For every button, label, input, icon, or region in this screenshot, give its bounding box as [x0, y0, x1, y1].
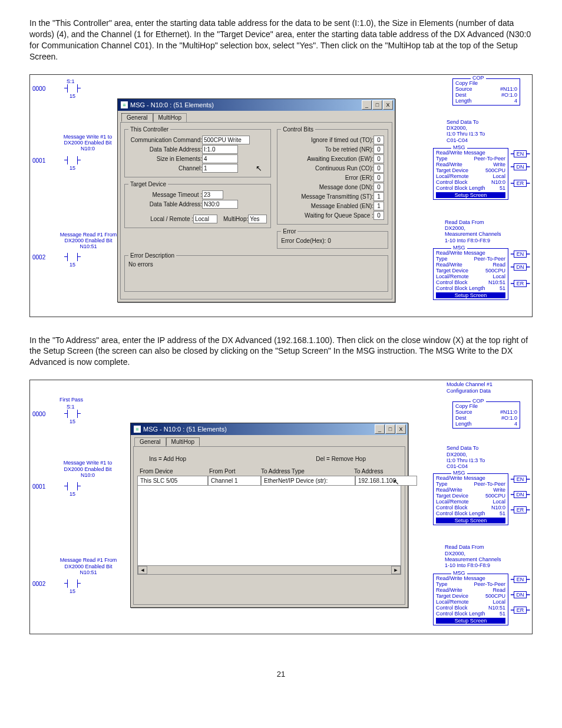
dialog-titlebar[interactable]: ≡ MSG - N10:0 : (51 Elements) _ □ X	[131, 423, 408, 435]
maximize-button[interactable]: □	[372, 100, 382, 110]
tab-general[interactable]: General	[121, 113, 153, 122]
dn-pin: ━DN━	[511, 163, 530, 170]
dn-pin: ━DN━	[511, 491, 530, 498]
msg-title: MSG	[451, 144, 467, 150]
contact-sub: 15	[70, 93, 75, 99]
minimize-button[interactable]: _	[362, 100, 372, 110]
col-to-addr-type: To Address Type	[259, 467, 352, 476]
multihop-field[interactable]: Yes	[248, 215, 267, 223]
cell-to-address[interactable]: 192.168.1.100	[355, 476, 417, 486]
er-pin: ━ER━	[511, 280, 530, 287]
minimize-button[interactable]: _	[375, 424, 385, 434]
msg-setup-dialog: ≡ MSG - N10:0 : (51 Elements) _ □ X Gene…	[130, 423, 408, 608]
target-address-field[interactable]: N30:0	[202, 200, 238, 209]
cell-from-device[interactable]: This SLC 5/05	[137, 476, 208, 486]
figure-1: ◄ 0000 0001 0002 S:1 15 Message Write #1…	[29, 74, 533, 317]
module-header: Module Channel #1 Configuration Data	[447, 381, 523, 394]
scroll-right-button[interactable]: ►	[391, 566, 401, 574]
en-bit[interactable]: 1	[373, 202, 384, 210]
rung-number: 0000	[32, 85, 45, 92]
msg-header: Send Data To DX2000, I1:0 Thru I1:3 To C…	[447, 445, 520, 469]
ins-hint: Ins = Add Hop	[149, 456, 186, 462]
setup-screen-button[interactable]: Setup Screen	[436, 618, 505, 624]
col-from-device: From Device	[137, 467, 207, 476]
contact-label: Message Read #1 From DX2000 Enabled Bit …	[56, 557, 121, 575]
contact-label: Message Read #1 From DX2000 Enabled Bit …	[56, 232, 121, 250]
error-group: Error Error Code(Hex): 0	[277, 228, 388, 249]
contact-icon	[67, 156, 78, 164]
msg-write-instruction: MSG Read/Write Message TypePeer-To-Peer …	[433, 473, 508, 525]
dialog-title: MSG - N10:0 : (51 Elements)	[130, 101, 214, 108]
comm-command-field[interactable]: 500CPU Write	[202, 136, 250, 144]
page-number: 21	[29, 670, 533, 678]
error-description-text: No errors	[128, 261, 384, 268]
first-pass-label: First Pass	[59, 397, 83, 403]
contact-label: S:1	[67, 78, 75, 84]
msg-read-instruction: MSG Read/Write Message TypePeer-To-Peer …	[433, 574, 508, 625]
setup-screen-button[interactable]: Setup Screen	[436, 292, 505, 298]
msg-header: Send Data To DX2000, I1:0 Thru I1:3 To C…	[447, 119, 520, 143]
nr-bit[interactable]: 0	[373, 145, 384, 154]
msg-setup-dialog: ≡ MSG - N10:0 : (51 Elements) _ □ X Gene…	[117, 98, 395, 302]
data-table-address-field[interactable]: I:1.0	[202, 145, 238, 154]
cop-instruction: COP Copy File Source#N11:0 Dest#O:1.0 Le…	[452, 401, 520, 429]
local-remote-field[interactable]: Local	[193, 215, 217, 223]
tab-general[interactable]: General	[134, 437, 166, 446]
ew-bit[interactable]: 0	[373, 154, 384, 163]
contact-label: Message Write #1 to DX2000 Enabled Bit N…	[58, 134, 117, 152]
tab-multihop[interactable]: MultiHop	[153, 113, 187, 122]
en-pin: ━EN━	[511, 150, 530, 157]
to-bit[interactable]: 0	[373, 136, 384, 144]
st-bit[interactable]: 1	[373, 192, 384, 201]
col-from-port: From Port	[207, 467, 259, 476]
co-bit[interactable]: 0	[373, 164, 384, 173]
control-bits-group: Control Bits Ignore if timed out (TO):0 …	[277, 126, 388, 225]
setup-screen-button[interactable]: Setup Screen	[436, 192, 505, 198]
scroll-track[interactable]	[147, 566, 391, 574]
scroll-left-button[interactable]: ◄	[138, 566, 147, 574]
multihop-grid-area[interactable]: ◄ ►	[137, 486, 401, 575]
size-elements-field[interactable]: 4	[202, 154, 238, 163]
cop-title: COP	[471, 75, 486, 81]
group-legend: This Controller	[128, 126, 170, 133]
paragraph-1: In the "This Controller" area, enter the…	[29, 18, 533, 62]
cell-to-addr-type[interactable]: EtherNet/IP Device (str):	[261, 476, 355, 486]
group-legend: Control Bits	[281, 126, 315, 133]
msg-header: Read Data From DX2000, Measurement Chann…	[445, 544, 520, 568]
contact-icon	[67, 410, 78, 418]
group-legend: Error	[281, 228, 297, 235]
channel-field[interactable]: 1	[202, 164, 238, 173]
msg-write-instruction: MSG Read/Write Message TypePeer-To-Peer …	[433, 148, 508, 200]
this-controller-group: This Controller Communication Command: 5…	[124, 126, 271, 177]
dn-pin: ━DN━	[511, 263, 530, 271]
msg-read-instruction: MSG Read/Write Message TypePeer-To-Peer …	[433, 248, 508, 300]
en-pin: ━EN━	[511, 251, 530, 258]
rung-number: 0002	[32, 581, 45, 587]
dn-pin: ━DN━	[511, 591, 530, 598]
tab-multihop[interactable]: MultiHop	[166, 437, 200, 446]
cursor-icon: ↖	[393, 477, 399, 486]
close-button[interactable]: X	[383, 100, 393, 110]
cell-from-port[interactable]: Channel 1	[208, 476, 261, 486]
queue-bit[interactable]: 0	[373, 211, 384, 220]
rung-number: 0001	[32, 483, 45, 490]
contact-icon	[67, 579, 78, 588]
col-to-address: To Address	[352, 467, 412, 476]
dialog-icon: ≡	[134, 426, 141, 433]
message-timeout-field[interactable]: 23	[202, 190, 223, 199]
er-bit[interactable]: 0	[373, 173, 384, 182]
target-device-group: Target Device Message Timeout : 23 Data …	[124, 181, 271, 228]
contact-sub: 15	[70, 165, 75, 171]
dialog-titlebar[interactable]: ≡ MSG - N10:0 : (51 Elements) _ □ X	[118, 99, 395, 111]
horizontal-scrollbar[interactable]: ◄ ►	[138, 565, 401, 574]
group-legend: Target Device	[128, 181, 168, 187]
multihop-row[interactable]: This SLC 5/05 Channel 1 EtherNet/IP Devi…	[137, 476, 401, 486]
maximize-button[interactable]: □	[385, 424, 395, 434]
contact-icon	[67, 253, 78, 261]
rung-number: 0002	[32, 254, 45, 261]
er-pin: ━ER━	[511, 506, 530, 513]
close-button[interactable]: X	[396, 424, 406, 434]
contact-sub: 15	[70, 491, 75, 497]
dn-bit[interactable]: 0	[373, 183, 384, 192]
setup-screen-button[interactable]: Setup Screen	[436, 518, 505, 523]
